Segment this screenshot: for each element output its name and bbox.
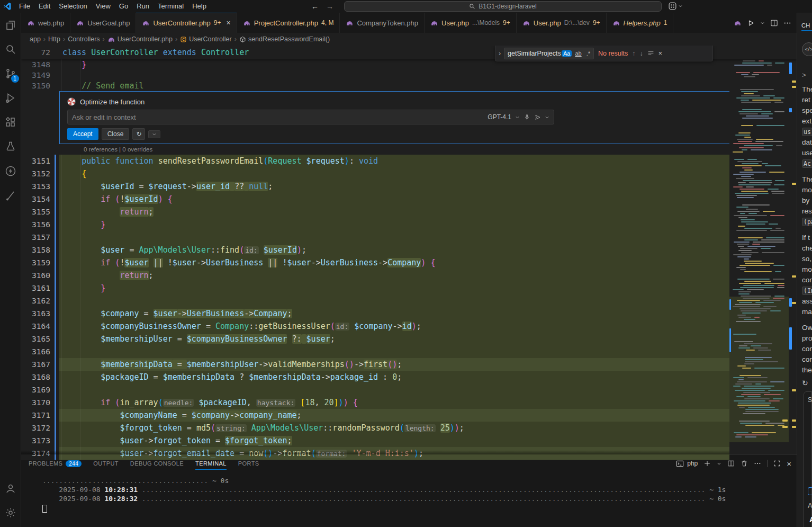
line-number: 3162 xyxy=(21,294,59,307)
menu-go[interactable]: Go xyxy=(115,2,132,10)
chevron-down-icon[interactable] xyxy=(515,115,520,120)
nav-forward-button[interactable]: → xyxy=(326,2,333,11)
profile-icon[interactable] xyxy=(668,2,683,11)
accept-button[interactable]: Accept xyxy=(67,128,98,140)
minimap-line xyxy=(739,308,771,309)
activity-testing-icon[interactable] xyxy=(0,135,21,159)
tab-web-php[interactable]: web.php xyxy=(21,13,70,33)
minimap-line xyxy=(733,143,764,144)
minimap-line xyxy=(744,137,751,138)
split-terminal-icon[interactable] xyxy=(727,460,735,467)
find-previous-icon[interactable]: ↑ xyxy=(632,50,635,57)
minimap-line xyxy=(751,345,761,346)
chevron-down-icon[interactable] xyxy=(545,115,549,120)
more-options-button[interactable] xyxy=(148,130,160,138)
activity-explorer-icon[interactable] xyxy=(0,13,21,37)
activity-settings-icon[interactable] xyxy=(0,501,21,525)
tab-companytoken-php[interactable]: CompanyToken.php xyxy=(340,13,425,33)
regenerate-icon[interactable]: ↻ xyxy=(802,379,812,387)
minimap-line xyxy=(740,213,745,214)
breadcrumb-item[interactable]: Controllers xyxy=(68,35,100,43)
close-panel-icon[interactable]: × xyxy=(787,459,791,468)
menu-edit[interactable]: Edit xyxy=(34,2,55,10)
card-button[interactable] xyxy=(808,487,812,495)
activity-extensions-icon[interactable] xyxy=(0,110,21,135)
activity-run-debug-icon[interactable] xyxy=(0,86,21,110)
find-next-icon[interactable]: ↓ xyxy=(640,50,643,57)
minimap[interactable] xyxy=(729,46,789,454)
find-collapse-icon[interactable]: › xyxy=(495,50,504,57)
activity-thunder-icon[interactable] xyxy=(0,159,21,183)
code-text: if (!$userId) { xyxy=(59,193,729,206)
menu-terminal[interactable]: Terminal xyxy=(154,2,188,10)
match-case-toggle[interactable]: Aa xyxy=(562,50,572,57)
model-picker[interactable]: GPT-4.1 xyxy=(488,113,511,121)
chat-paragraph-gap xyxy=(802,169,812,174)
terminal-dropdown-icon[interactable] xyxy=(717,461,721,466)
tab-user-php[interactable]: User.php...\Models9+ xyxy=(425,13,517,33)
minimap-line xyxy=(736,207,748,208)
find-input[interactable]: getSimilarProjects Aa ab .* xyxy=(504,48,594,59)
menu-selection[interactable]: Selection xyxy=(55,2,91,10)
tab-projectcontroller-php[interactable]: ProjectController.php4, M xyxy=(237,13,340,33)
tab-helpers-php[interactable]: Helpers.php1 xyxy=(607,13,674,33)
mic-icon[interactable] xyxy=(524,114,530,121)
more-actions-icon[interactable] xyxy=(754,460,761,467)
minimap-line xyxy=(739,265,770,266)
split-editor-icon[interactable] xyxy=(770,19,778,27)
tab-usercontroller-php[interactable]: UserController.php9+× xyxy=(136,13,237,33)
chat-tab[interactable]: CH xyxy=(797,13,812,32)
tab-user-php[interactable]: User.phpD:\...\dev9+ xyxy=(517,13,607,33)
code-line-3157: 3157 xyxy=(21,231,729,244)
codelens[interactable]: 0 references | 0 overrides xyxy=(59,144,729,155)
minimap-line xyxy=(735,436,742,437)
breadcrumb-item[interactable]: UserController xyxy=(180,35,232,43)
find-in-selection-icon[interactable] xyxy=(647,50,654,57)
regex-toggle[interactable]: .* xyxy=(585,50,592,57)
nav-back-button[interactable]: ← xyxy=(311,2,319,11)
send-icon[interactable] xyxy=(534,114,541,121)
menu-run[interactable]: Run xyxy=(132,2,154,10)
activity-search-icon[interactable] xyxy=(0,37,21,61)
minimap-line xyxy=(738,132,751,133)
maximize-panel-icon[interactable] xyxy=(773,460,781,467)
copilot-avatar-icon xyxy=(67,97,76,106)
breadcrumb-item[interactable]: app xyxy=(30,35,41,43)
menu-file[interactable]: File xyxy=(15,2,34,10)
activity-account-icon[interactable] xyxy=(0,476,21,501)
run-button[interactable] xyxy=(747,19,755,27)
tab-usergoal-php[interactable]: UserGoal.php xyxy=(70,13,136,33)
breadcrumb-item[interactable]: sendResetPasswordEmail() xyxy=(239,35,330,43)
code-line-3160: 3160 return; xyxy=(21,269,729,282)
menu-view[interactable]: View xyxy=(92,2,115,10)
tab-label: CompanyToken.php xyxy=(357,19,418,27)
new-terminal-icon[interactable] xyxy=(703,460,711,467)
minimap-line xyxy=(751,149,772,150)
breadcrumb-item[interactable]: UserController.php xyxy=(107,35,173,43)
minimap-line xyxy=(744,239,758,240)
close-button[interactable]: Close xyxy=(102,128,130,140)
minimap-line xyxy=(770,381,784,382)
minimap-line xyxy=(738,182,746,183)
breadcrumb-item[interactable]: Http xyxy=(48,35,60,43)
php-icon xyxy=(76,19,84,27)
more-actions-icon[interactable] xyxy=(783,19,791,27)
activity-code-runner-icon[interactable] xyxy=(0,183,21,208)
minimap-warning-mark xyxy=(782,426,788,428)
overview-ruler[interactable] xyxy=(789,46,797,454)
activity-source-control-icon[interactable]: 1 xyxy=(0,61,21,86)
run-dropdown-icon[interactable] xyxy=(760,21,765,25)
kill-terminal-icon[interactable] xyxy=(741,460,748,467)
ruler-warning-mark xyxy=(792,389,796,391)
code-line-3152: 3152 { xyxy=(21,167,729,180)
minimap-line xyxy=(755,383,761,385)
whole-word-toggle[interactable]: ab xyxy=(573,50,583,57)
inline-chat-input[interactable]: Ask or edit in context GPT-4.1 xyxy=(67,110,554,124)
inline-chat-placeholder: Ask or edit in context xyxy=(72,113,136,121)
tab-close-icon[interactable]: × xyxy=(226,19,230,27)
find-close-icon[interactable]: × xyxy=(658,50,662,57)
menu-help[interactable]: Help xyxy=(188,2,211,10)
search-input[interactable]: B1G1-design-laravel xyxy=(344,1,662,12)
terminal-output[interactable]: ........................................… xyxy=(21,472,797,513)
rerun-button[interactable]: ↻ xyxy=(132,128,145,140)
